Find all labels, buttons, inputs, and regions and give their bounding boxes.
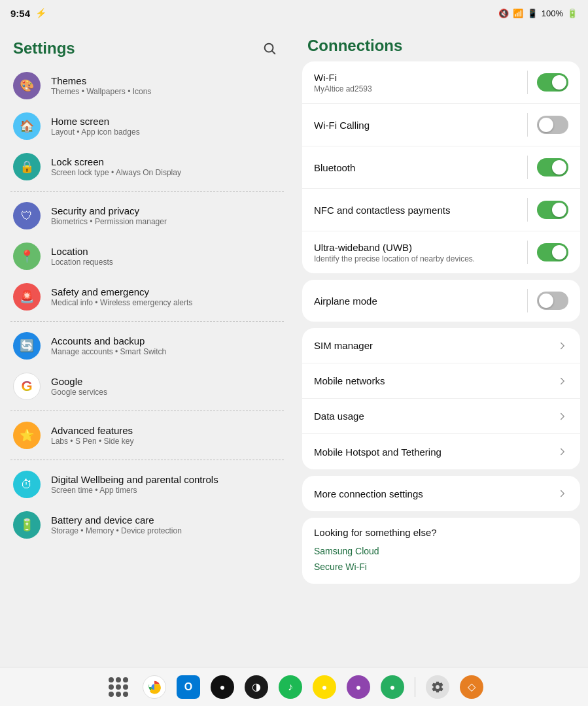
battery-subtitle: Storage • Memory • Device protection <box>51 526 281 535</box>
security-subtitle: Biometrics • Permission manager <box>51 217 281 226</box>
uwb-toggle[interactable] <box>537 243 568 261</box>
accounts-text: Accounts and backup Manage accounts • Sm… <box>51 335 281 356</box>
settings-item-security[interactable]: 🛡 Security and privacy Biometrics • Perm… <box>0 195 294 236</box>
wifi-title: Wi-Fi <box>314 72 518 83</box>
digital-wellbeing-text: Digital Wellbeing and parental controls … <box>51 474 281 495</box>
home-screen-icon: 🏠 <box>13 112 41 140</box>
data-usage-chevron-icon <box>557 411 568 422</box>
uwb-divider <box>527 241 528 264</box>
purple-app-icon[interactable]: ● <box>347 675 370 699</box>
signal-icon: 📱 <box>527 8 538 18</box>
conn-item-airplane[interactable]: Airplane mode <box>302 280 580 322</box>
data-usage-title: Data usage <box>314 411 557 422</box>
battery-title: Battery and device care <box>51 514 281 526</box>
wifi-text: Wi-Fi MyAltice ad2593 <box>314 72 518 93</box>
settings-item-lock-screen[interactable]: 🔒 Lock screen Screen lock type • Always … <box>0 146 294 187</box>
settings-item-google[interactable]: G Google Google services <box>0 366 294 407</box>
conn-item-hotspot[interactable]: Mobile Hotspot and Tethering <box>302 434 580 469</box>
location-title: Location <box>51 246 281 257</box>
samsung-cloud-link[interactable]: Samsung Cloud <box>314 543 568 559</box>
outlook-app-icon[interactable]: O <box>177 675 200 699</box>
settings-item-digital-wellbeing[interactable]: ⏱ Digital Wellbeing and parental control… <box>0 464 294 505</box>
home-screen-text: Home screen Layout • App icon badges <box>51 116 281 137</box>
settings-app-icon[interactable] <box>426 675 449 699</box>
themes-text: Themes Themes • Wallpapers • Icons <box>51 75 281 96</box>
connections-card-1: Wi-Fi MyAltice ad2593 Wi-Fi Calling <box>302 61 580 273</box>
charging-icon: ⚡ <box>35 8 46 18</box>
accounts-subtitle: Manage accounts • Smart Switch <box>51 347 281 356</box>
nfc-toggle-knob <box>552 203 566 217</box>
airplane-toggle-knob <box>539 294 553 308</box>
wifi-calling-text: Wi-Fi Calling <box>314 120 518 131</box>
secure-wifi-link[interactable]: Secure Wi-Fi <box>314 559 568 575</box>
google-icon: G <box>13 373 41 400</box>
nfc-text: NFC and contactless payments <box>314 205 518 216</box>
settings-item-advanced[interactable]: ⭐ Advanced features Labs • S Pen • Side … <box>0 415 294 456</box>
conn-item-data-usage[interactable]: Data usage <box>302 399 580 434</box>
airplane-toggle[interactable] <box>537 292 568 310</box>
wifi-icon: 📶 <box>513 8 523 18</box>
security-icon: 🛡 <box>13 202 41 229</box>
connections-card-2: Airplane mode <box>302 280 580 322</box>
lock-screen-subtitle: Screen lock type • Always On Display <box>51 168 281 177</box>
divider-2 <box>10 321 284 322</box>
wumpus-app-icon[interactable]: ◑ <box>245 675 268 699</box>
settings-item-themes[interactable]: 🎨 Themes Themes • Wallpapers • Icons <box>0 65 294 106</box>
google-title: Google <box>51 376 281 387</box>
status-bar: 9:54 ⚡ 🔇 📶 📱 100% 🔋 <box>0 0 588 26</box>
settings-item-home-screen[interactable]: 🏠 Home screen Layout • App icon badges <box>0 106 294 146</box>
battery-care-icon: 🔋 <box>13 511 41 539</box>
lock-screen-icon: 🔒 <box>13 153 41 180</box>
right-panel: Connections Wi-Fi MyAltice ad2593 Wi-Fi … <box>294 26 588 667</box>
settings-title: Settings <box>0 26 294 65</box>
wifi-calling-toggle[interactable] <box>537 116 568 134</box>
badge-app-icon[interactable]: ◇ <box>460 675 483 699</box>
divider-3 <box>10 411 284 411</box>
conn-item-bluetooth[interactable]: Bluetooth <box>302 146 580 189</box>
conn-item-nfc[interactable]: NFC and contactless payments <box>302 189 580 231</box>
settings-item-location[interactable]: 📍 Location Location requests <box>0 236 294 277</box>
conn-item-wifi-calling[interactable]: Wi-Fi Calling <box>302 104 580 146</box>
battery-icon: 🔋 <box>567 8 578 18</box>
sim-chevron-icon <box>557 340 568 352</box>
nfc-toggle[interactable] <box>537 201 568 219</box>
home-screen-subtitle: Layout • App icon badges <box>51 127 281 137</box>
app-drawer-button[interactable] <box>105 673 132 701</box>
connections-card-4: More connection settings <box>302 476 580 511</box>
conn-item-mobile-networks[interactable]: Mobile networks <box>302 363 580 399</box>
settings-item-battery[interactable]: 🔋 Battery and device care Storage • Memo… <box>0 505 294 545</box>
wifi-toggle-knob <box>552 75 566 90</box>
more-settings-title: More connection settings <box>314 488 557 499</box>
nfc-divider <box>527 198 528 222</box>
status-time: 9:54 <box>10 8 30 19</box>
home-screen-title: Home screen <box>51 116 281 127</box>
looking-card: Looking for something else? Samsung Clou… <box>302 518 580 584</box>
accounts-icon: 🔄 <box>13 332 41 360</box>
wifi-toggle[interactable] <box>537 73 568 92</box>
circle-dark-app-icon[interactable]: ● <box>211 675 234 699</box>
battery-level: 100% <box>542 8 563 18</box>
sim-text: SIM manager <box>314 340 557 351</box>
search-button[interactable] <box>258 37 281 60</box>
conn-item-wifi[interactable]: Wi-Fi MyAltice ad2593 <box>302 61 580 104</box>
conn-item-uwb[interactable]: Ultra-wideband (UWB) Identify the precis… <box>302 231 580 273</box>
green-app-icon[interactable]: ● <box>381 675 404 699</box>
wifi-divider <box>527 71 528 94</box>
safety-text: Safety and emergency Medical info • Wire… <box>51 286 281 307</box>
advanced-subtitle: Labs • S Pen • Side key <box>51 437 281 446</box>
settings-item-accounts[interactable]: 🔄 Accounts and backup Manage accounts • … <box>0 326 294 366</box>
bluetooth-toggle[interactable] <box>537 158 568 176</box>
data-usage-text: Data usage <box>314 411 557 422</box>
yellow-app-icon[interactable]: ● <box>313 675 336 699</box>
more-settings-chevron-icon <box>557 488 568 499</box>
conn-item-sim[interactable]: SIM manager <box>302 328 580 363</box>
wifi-calling-toggle-knob <box>539 118 553 132</box>
chrome-app-icon[interactable] <box>143 675 166 699</box>
status-icons: 🔇 📶 📱 100% 🔋 <box>498 8 578 18</box>
airplane-text: Airplane mode <box>314 295 518 307</box>
bluetooth-title: Bluetooth <box>314 162 518 173</box>
spotify-app-icon[interactable]: ♪ <box>279 675 302 699</box>
settings-item-safety[interactable]: 🚨 Safety and emergency Medical info • Wi… <box>0 277 294 317</box>
conn-item-more-settings[interactable]: More connection settings <box>302 476 580 511</box>
security-title: Security and privacy <box>51 205 281 216</box>
